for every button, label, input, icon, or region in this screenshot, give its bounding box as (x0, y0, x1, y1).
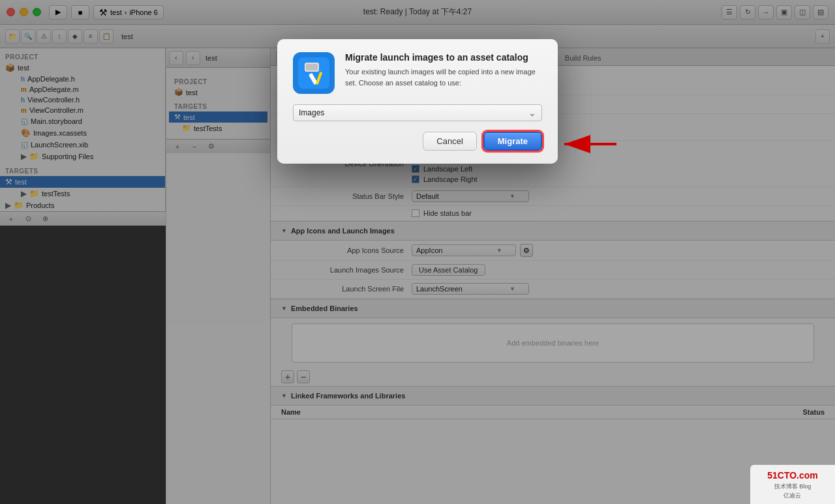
modal-overlay: Migrate launch images to an asset catalo… (0, 0, 835, 504)
modal-description: Your existing launch images will be copi… (345, 67, 542, 88)
svg-rect-4 (306, 64, 318, 70)
modal-header: Migrate launch images to an asset catalo… (293, 52, 542, 94)
cancel-button[interactable]: Cancel (423, 132, 476, 151)
watermark-content: 51CTO.com 技术博客 Blog 亿迪云 (767, 469, 818, 500)
modal-xcode-icon (293, 52, 335, 94)
modal-dropdown-arrow-icon: ⌄ (528, 108, 536, 118)
modal-buttons: Cancel Migrate (293, 132, 542, 151)
watermark-sub2: 亿迪云 (767, 492, 818, 501)
watermark: 51CTO.com 技术博客 Blog 亿迪云 (750, 465, 835, 504)
modal-text-area: Migrate launch images to an asset catalo… (345, 52, 542, 88)
modal-title: Migrate launch images to an asset catalo… (345, 52, 542, 63)
watermark-sub: 技术博客 Blog (767, 482, 818, 492)
svg-rect-1 (298, 57, 329, 89)
modal-dropdown-value: Images (299, 108, 324, 117)
modal-catalog-dropdown[interactable]: Images ⌄ (293, 104, 542, 121)
watermark-logo: 51CTO.com (767, 469, 818, 482)
migrate-button[interactable]: Migrate (483, 132, 542, 151)
red-arrow-indicator (558, 131, 623, 157)
migrate-modal: Migrate launch images to an asset catalo… (277, 39, 558, 164)
